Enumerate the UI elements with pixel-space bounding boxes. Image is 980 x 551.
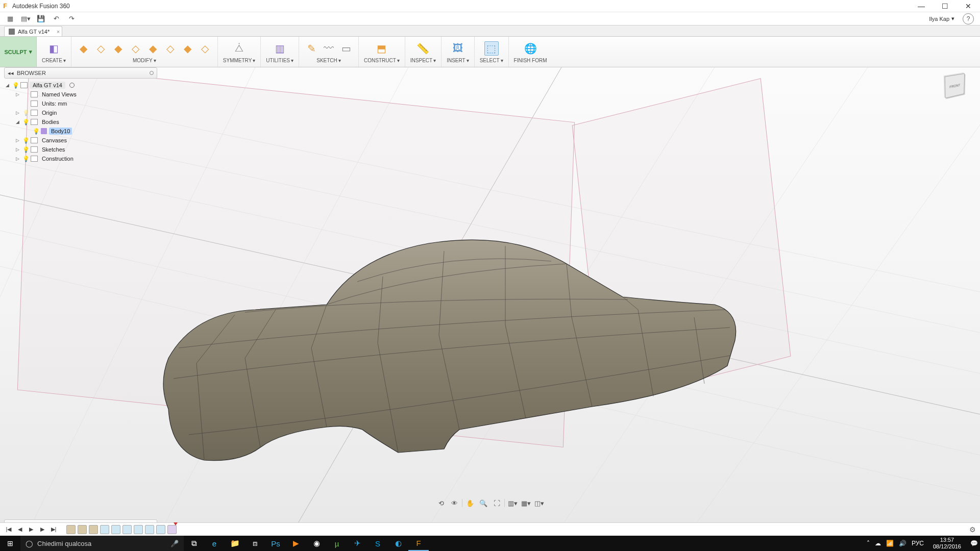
fusion-taskbar-icon[interactable]: F: [408, 536, 429, 551]
tree-origin[interactable]: ▷💡 Origin: [4, 108, 157, 117]
timeline-feature[interactable]: [111, 525, 120, 534]
timeline-settings-icon[interactable]: ⚙: [969, 525, 976, 534]
pan-icon[interactable]: ✋: [464, 498, 476, 508]
insert-icon[interactable]: 🖼: [451, 41, 465, 56]
zoom-icon[interactable]: 🔍: [478, 498, 489, 508]
construct-icon[interactable]: ⬒: [375, 41, 389, 56]
tray-notifications-icon[interactable]: 💬: [970, 540, 978, 547]
minimize-button[interactable]: —: [910, 0, 933, 12]
tree-named-views[interactable]: ▷ Named Views: [4, 90, 157, 99]
tray-chevron-icon[interactable]: ˄: [867, 540, 870, 547]
tree-root[interactable]: ◢💡 Alfa GT v14: [4, 81, 157, 90]
timeline-feature[interactable]: [145, 525, 154, 534]
orbit-icon[interactable]: ⟲: [435, 498, 447, 508]
browser-collapse-icon[interactable]: ◂◂: [8, 70, 14, 77]
browser-settings-icon[interactable]: [150, 71, 154, 75]
dropbox-icon[interactable]: ⧈: [245, 536, 265, 551]
start-button[interactable]: ⊞: [0, 536, 20, 551]
media-icon[interactable]: ▶: [286, 536, 306, 551]
activate-component-icon[interactable]: [69, 83, 75, 88]
tree-bodies[interactable]: ◢💡 Bodies: [4, 117, 157, 127]
timeline-feature[interactable]: [100, 525, 109, 534]
timeline-feature[interactable]: [122, 525, 132, 534]
viewport-icon[interactable]: ◫▾: [533, 498, 545, 508]
explorer-icon[interactable]: 📁: [225, 536, 245, 551]
modify-tool-5-icon[interactable]: ◆: [146, 41, 160, 56]
redo-icon[interactable]: ↷: [64, 13, 79, 24]
photoshop-icon[interactable]: Ps: [265, 536, 286, 551]
finish-form-icon[interactable]: 🌐: [523, 41, 537, 56]
sketch-tool-2-icon[interactable]: 〰: [322, 41, 336, 56]
look-icon[interactable]: 👁: [449, 498, 460, 508]
inspect-icon[interactable]: 📏: [416, 41, 430, 56]
timeline-feature[interactable]: [66, 525, 76, 534]
symmetry-label[interactable]: SYMMETRY▾: [223, 57, 256, 64]
timeline-feature[interactable]: [134, 525, 143, 534]
close-button[interactable]: ✕: [957, 0, 980, 12]
display-icon[interactable]: ▥▾: [507, 498, 518, 508]
construct-label[interactable]: CONSTRUCT▾: [364, 57, 400, 64]
create-box-icon[interactable]: ◧: [46, 41, 61, 56]
tree-body10[interactable]: 💡 Body10: [4, 127, 157, 136]
tab-close-icon[interactable]: ×: [57, 29, 60, 35]
tspline-body[interactable]: [143, 195, 755, 475]
modify-tool-8-icon[interactable]: ◇: [198, 41, 212, 56]
modify-label[interactable]: MODIFY▾: [133, 57, 156, 64]
modify-tool-7-icon[interactable]: ◆: [181, 41, 195, 56]
insert-label[interactable]: INSERT▾: [447, 57, 469, 64]
modify-tool-2-icon[interactable]: ◇: [94, 41, 108, 56]
tray-onedrive-icon[interactable]: ☁: [875, 540, 881, 547]
tree-construction[interactable]: ▷💡 Construction: [4, 154, 157, 163]
app-icon[interactable]: ◐: [388, 536, 408, 551]
undo-icon[interactable]: ↶: [49, 13, 63, 24]
edge-icon[interactable]: e: [204, 536, 225, 551]
utorrent-icon[interactable]: µ: [327, 536, 347, 551]
tree-canvases[interactable]: ▷💡 Canvases: [4, 136, 157, 145]
select-icon[interactable]: ⬚: [484, 41, 499, 56]
help-icon[interactable]: ?: [963, 13, 974, 24]
telegram-icon[interactable]: ✈: [347, 536, 368, 551]
symmetry-icon[interactable]: ⧊: [232, 41, 247, 56]
timeline-feature[interactable]: [156, 525, 165, 534]
timeline-prev-icon[interactable]: ◀: [15, 525, 24, 534]
sketch-tool-3-icon[interactable]: ▭: [339, 41, 353, 56]
taskview-icon[interactable]: ⧉: [184, 536, 204, 551]
fit-icon[interactable]: ⛶: [491, 498, 502, 508]
timeline-feature[interactable]: [89, 525, 98, 534]
select-label[interactable]: SELECT▾: [480, 57, 503, 64]
create-label[interactable]: CREATE▾: [42, 57, 66, 64]
cortana-search[interactable]: ◯ Chiedimi qualcosa 🎤: [20, 536, 184, 551]
finish-label[interactable]: FINISH FORM: [514, 57, 547, 64]
grid-icon[interactable]: ▦▾: [520, 498, 531, 508]
tray-volume-icon[interactable]: 🔊: [899, 540, 906, 547]
sketch-tool-1-icon[interactable]: ✎: [304, 41, 318, 56]
tab-alfa-gt[interactable]: Alfa GT v14* ×: [4, 26, 62, 36]
timeline-next-icon[interactable]: ▶: [38, 525, 47, 534]
modify-tool-6-icon[interactable]: ◇: [163, 41, 178, 56]
timeline-start-icon[interactable]: |◀: [4, 525, 13, 534]
browser-header[interactable]: ◂◂ BROWSER: [4, 67, 157, 79]
apps-grid-icon[interactable]: ▦: [3, 13, 17, 24]
user-menu[interactable]: Ilya Kap▾: [925, 15, 959, 22]
tray-language[interactable]: РУС: [912, 540, 924, 547]
tree-units[interactable]: Units: mm: [4, 99, 157, 108]
maximize-button[interactable]: ☐: [933, 0, 957, 12]
utilities-icon[interactable]: ▥: [273, 41, 287, 56]
chrome-icon[interactable]: ◉: [306, 536, 327, 551]
tray-wifi-icon[interactable]: 📶: [886, 540, 894, 547]
sketch-label[interactable]: SKETCH▾: [316, 57, 341, 64]
modify-tool-4-icon[interactable]: ◇: [129, 41, 143, 56]
tree-sketches[interactable]: ▷💡 Sketches: [4, 145, 157, 154]
skype-icon[interactable]: S: [368, 536, 388, 551]
utilities-label[interactable]: UTILITIES▾: [266, 57, 293, 64]
viewcube[interactable]: FRONT: [939, 70, 971, 102]
timeline-end-icon[interactable]: ▶|: [49, 525, 58, 534]
modify-tool-3-icon[interactable]: ◆: [111, 41, 126, 56]
timeline-feature[interactable]: [78, 525, 87, 534]
timeline-feature-current[interactable]: [167, 525, 177, 534]
inspect-label[interactable]: INSPECT▾: [410, 57, 436, 64]
save-icon[interactable]: 💾: [34, 13, 48, 24]
modify-tool-1-icon[interactable]: ◆: [77, 41, 91, 56]
timeline-play-icon[interactable]: ▶: [27, 525, 36, 534]
workspace-switcher[interactable]: SCULPT▾: [0, 37, 37, 67]
